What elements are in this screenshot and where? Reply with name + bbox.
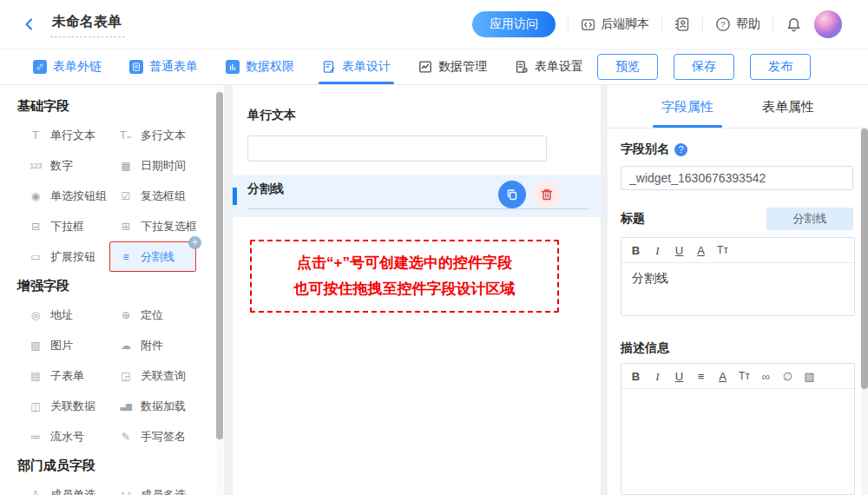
sidebar-item-label: 手写签名 [141, 429, 186, 445]
sidebar-item-member-multi[interactable]: ♙♙成员多选 [109, 479, 194, 495]
section-title: 部门成员字段 [17, 457, 224, 474]
field-alias-input[interactable] [621, 166, 853, 190]
tab-label: 表单设置 [535, 59, 583, 75]
add-field-button[interactable]: + [188, 236, 201, 249]
help-button[interactable]: ? 帮助 [715, 16, 760, 32]
field-type-badge[interactable]: 分割线 [766, 208, 853, 230]
title-editor-content[interactable]: 分割线 [621, 263, 854, 315]
tab-data-permission[interactable]: 数据权限 [212, 50, 308, 84]
dropdown-multi-icon: ⊞ [117, 221, 135, 233]
back-button[interactable] [12, 7, 47, 42]
member-multi-icon: ♙♙ [117, 491, 135, 495]
normal-form-icon [129, 60, 143, 74]
sidebar-item-linked-query[interactable]: ◲关联查询 [109, 360, 194, 391]
sidebar-item-number[interactable]: 123数字 [19, 150, 81, 181]
font-color-icon[interactable]: A [690, 239, 712, 262]
tab-normal-form[interactable]: 普通表单 [115, 50, 212, 84]
sidebar-item-label: 关联数据 [50, 399, 95, 414]
sidebar-item-member-single[interactable]: ♙成员单选 [19, 479, 103, 495]
tab-form-design[interactable]: 表单设计 [308, 50, 404, 84]
italic-icon[interactable]: I [647, 365, 668, 388]
expand-button-icon: ▭ [27, 251, 44, 263]
tab-data-management[interactable]: 数据管理 [404, 50, 501, 84]
unlink-icon[interactable]: ∅ [777, 365, 799, 388]
sidebar-item-label: 分割线 [141, 249, 174, 265]
sidebar-item-label: 附件 [141, 338, 163, 353]
tab-form-settings[interactable]: 表单设置 [501, 50, 597, 84]
italic-icon[interactable]: I [647, 239, 668, 262]
sidebar-item-linked-data[interactable]: ◫关联数据 [19, 391, 103, 421]
notifications-button[interactable] [786, 16, 802, 33]
bold-icon[interactable]: B [625, 239, 647, 262]
sidebar-item-address[interactable]: ◎地址 [19, 300, 81, 330]
delete-widget-button[interactable] [533, 181, 561, 208]
font-color-icon[interactable]: A [712, 365, 733, 388]
description-label: 描述信息 [621, 340, 669, 356]
description-editor-content[interactable] [621, 389, 854, 494]
sidebar-item-subform[interactable]: ▤子表单 [19, 360, 92, 391]
divider [568, 17, 569, 31]
font-size-icon[interactable]: Tт [712, 239, 733, 262]
help-icon: ? [715, 16, 731, 32]
sidebar-item-attachment[interactable]: ☁附件 [109, 330, 171, 360]
number-icon: 123 [27, 162, 44, 170]
sidebar-item-label: 下拉框 [50, 219, 84, 234]
sidebar-item-single-line-text[interactable]: T单行文本 [19, 120, 103, 150]
svg-text:?: ? [720, 19, 725, 29]
tab-form-properties[interactable]: 表单属性 [762, 85, 814, 128]
app-access-button[interactable]: 应用访问 [472, 11, 556, 37]
section-title: 基础字段 [17, 97, 224, 115]
image-icon: ▧ [27, 340, 44, 352]
multi-line-text-icon: T₌ [117, 129, 135, 142]
copy-widget-button[interactable] [498, 181, 526, 208]
sidebar-item-label: 定位 [141, 307, 163, 323]
bold-icon[interactable]: B [625, 365, 647, 388]
preview-button[interactable]: 预览 [597, 54, 658, 80]
sidebar-item-dropdown[interactable]: ⊟下拉框 [19, 211, 92, 241]
form-external-link-icon [33, 60, 47, 74]
sidebar-scrollbar[interactable] [216, 85, 223, 495]
sidebar-item-divider[interactable]: ≡分割线+ [109, 241, 196, 272]
publish-button[interactable]: 发布 [750, 54, 811, 80]
form-title[interactable]: 未命名表单 [50, 11, 125, 37]
underline-icon[interactable]: U [668, 365, 690, 388]
form-designer-window: 未命名表单 应用访问 后端脚本 ? 帮助 [0, 0, 868, 495]
save-button[interactable]: 保存 [674, 54, 734, 80]
sidebar-item-expand-button[interactable]: ▭扩展按钮 [19, 241, 103, 272]
sidebar-item-label: 日期时间 [141, 158, 186, 174]
tab-form-external-link[interactable]: 表单外链 [19, 50, 115, 84]
divider-icon: ≡ [117, 251, 135, 263]
font-size-icon[interactable]: Tт [733, 365, 755, 388]
sidebar-item-location[interactable]: ⊕定位 [109, 300, 171, 330]
divider-widget-selected[interactable]: 分割线 [233, 175, 601, 217]
properties-scrollbar[interactable] [861, 129, 868, 495]
sidebar-item-datetime[interactable]: ▦日期时间 [109, 150, 194, 181]
tab-field-properties[interactable]: 字段属性 [661, 85, 713, 128]
sidebar-item-checkbox-group[interactable]: ☑复选框组 [109, 181, 194, 211]
link-icon[interactable]: ∞ [755, 365, 777, 388]
hint-line-2: 也可按住拖拽至控件字段设计区域 [294, 277, 516, 301]
checkbox-group-icon: ☑ [117, 190, 135, 202]
sidebar-item-label: 数据加载 [141, 399, 186, 414]
divider [773, 17, 773, 31]
contacts-button[interactable] [674, 16, 690, 32]
image-icon[interactable]: ▧ [799, 365, 820, 388]
selection-accent-bar [233, 188, 237, 205]
sidebar-item-label: 复选框组 [141, 188, 186, 204]
member-single-icon: ♙ [27, 489, 44, 495]
user-avatar[interactable] [814, 10, 842, 38]
underline-icon[interactable]: U [668, 239, 690, 262]
sidebar-item-multi-line-text[interactable]: T₌多行文本 [109, 120, 194, 150]
text-field-input[interactable] [247, 135, 547, 162]
divider [661, 17, 662, 31]
tab-label: 数据管理 [438, 59, 487, 75]
sidebar-item-serial-number[interactable]: ≔流水号 [19, 421, 92, 452]
sidebar-item-image[interactable]: ▧图片 [19, 330, 81, 360]
sidebar-item-data-load[interactable]: ▃▆数据加载 [109, 391, 194, 421]
backend-script-button[interactable]: 后端脚本 [581, 16, 649, 32]
sidebar-item-radio-group[interactable]: ◉单选按钮组 [19, 181, 115, 211]
align-icon[interactable]: ≡ [690, 365, 712, 388]
title-editor: BIUATт 分割线 [621, 237, 855, 316]
sidebar-item-signature[interactable]: ✎手写签名 [109, 421, 194, 452]
question-icon[interactable]: ? [674, 143, 687, 156]
